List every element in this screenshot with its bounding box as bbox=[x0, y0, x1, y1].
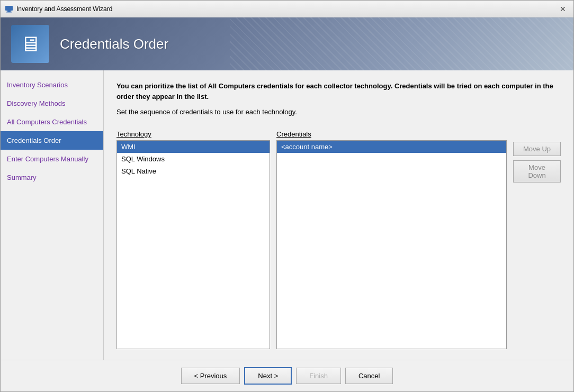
credentials-label: Credentials bbox=[276, 130, 507, 138]
window-title: Inventory and Assessment Wizard bbox=[16, 5, 112, 13]
title-bar-left: Inventory and Assessment Wizard bbox=[5, 5, 112, 13]
description-bold: You can prioritize the list of All Compu… bbox=[116, 81, 561, 102]
svg-rect-2 bbox=[6, 12, 12, 13]
sidebar-item-credentials-order[interactable]: Credentials Order bbox=[1, 131, 103, 150]
technology-item-sql-native[interactable]: SQL Native bbox=[117, 165, 270, 177]
cancel-button[interactable]: Cancel bbox=[345, 368, 393, 384]
credentials-panel: Credentials <account name> bbox=[276, 130, 507, 350]
description-block: You can prioritize the list of All Compu… bbox=[116, 81, 561, 117]
page-title: Credentials Order bbox=[60, 36, 168, 52]
close-button[interactable]: ✕ bbox=[557, 3, 569, 15]
content-area: Inventory Scenarios Discovery Methods Al… bbox=[1, 70, 573, 360]
panels-row: Technology WMI SQL Windows SQL Native Cr… bbox=[116, 130, 561, 350]
footer: < Previous Next > Finish Cancel bbox=[1, 360, 573, 391]
header-icon-container: 🖥 bbox=[11, 25, 49, 63]
header-banner: 🖥 Credentials Order bbox=[1, 17, 573, 70]
credentials-item-account[interactable]: <account name> bbox=[277, 141, 506, 153]
sidebar-item-inventory-scenarios[interactable]: Inventory Scenarios bbox=[1, 76, 103, 94]
sidebar-item-all-computers-credentials[interactable]: All Computers Credentials bbox=[1, 113, 103, 131]
svg-rect-0 bbox=[5, 6, 13, 11]
app-icon bbox=[5, 5, 13, 13]
svg-rect-1 bbox=[7, 11, 11, 12]
finish-button[interactable]: Finish bbox=[296, 368, 341, 384]
technology-panel: Technology WMI SQL Windows SQL Native bbox=[116, 130, 270, 350]
move-buttons-column: Move Up Move Down bbox=[513, 130, 561, 350]
technology-item-sql-windows[interactable]: SQL Windows bbox=[117, 153, 270, 165]
next-button[interactable]: Next > bbox=[244, 367, 292, 385]
previous-button[interactable]: < Previous bbox=[181, 368, 240, 384]
technology-label: Technology bbox=[116, 130, 270, 138]
sidebar: Inventory Scenarios Discovery Methods Al… bbox=[1, 70, 104, 360]
move-down-button[interactable]: Move Down bbox=[513, 160, 561, 183]
sidebar-item-enter-computers-manually[interactable]: Enter Computers Manually bbox=[1, 150, 103, 168]
sidebar-item-discovery-methods[interactable]: Discovery Methods bbox=[1, 94, 103, 113]
credentials-listbox[interactable]: <account name> bbox=[276, 140, 507, 350]
sidebar-item-summary[interactable]: Summary bbox=[1, 168, 103, 187]
technology-item-wmi[interactable]: WMI bbox=[117, 141, 270, 153]
main-content: You can prioritize the list of All Compu… bbox=[104, 70, 573, 360]
monitor-icon: 🖥 bbox=[20, 32, 41, 56]
technology-listbox[interactable]: WMI SQL Windows SQL Native bbox=[116, 140, 270, 350]
credentials-label-text: Credentials bbox=[276, 130, 311, 138]
description-normal: Set the sequence of credentials to use f… bbox=[116, 107, 561, 117]
title-bar: Inventory and Assessment Wizard ✕ bbox=[1, 1, 573, 17]
technology-label-text: Technology bbox=[116, 130, 151, 138]
move-up-button[interactable]: Move Up bbox=[513, 142, 561, 156]
wizard-window: Inventory and Assessment Wizard ✕ 🖥 Cred… bbox=[0, 0, 574, 392]
